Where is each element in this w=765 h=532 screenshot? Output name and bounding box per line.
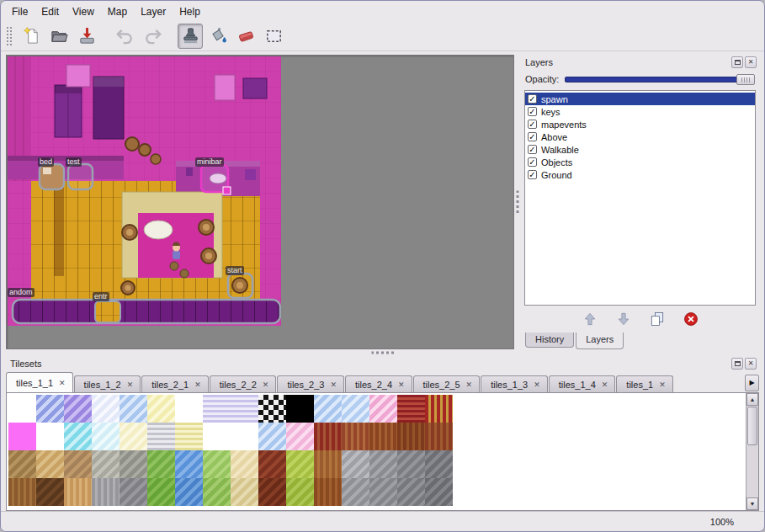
tile-0-8[interactable]: [231, 395, 258, 423]
tab-close-icon[interactable]: ✕: [534, 380, 540, 389]
bucket-fill-tool-button[interactable]: [205, 24, 231, 49]
layer-visibility-checkbox[interactable]: ✓: [528, 132, 537, 141]
tile-2-0[interactable]: [8, 450, 36, 478]
tileset-tab-tiles_1[interactable]: tiles_1✕: [616, 375, 672, 392]
tile-0-12[interactable]: [342, 395, 369, 423]
lower-layer-button[interactable]: [613, 308, 635, 330]
tab-close-icon[interactable]: ✕: [263, 380, 269, 389]
tile-2-5[interactable]: [147, 450, 175, 478]
tile-0-1[interactable]: [36, 395, 64, 423]
layer-visibility-checkbox[interactable]: ✓: [528, 94, 537, 104]
map-view[interactable]: bedtestminibarstartandomentr: [6, 55, 514, 349]
tile-3-0[interactable]: [8, 478, 36, 506]
tile-3-7[interactable]: [203, 478, 231, 506]
tile-2-6[interactable]: [175, 450, 203, 478]
tab-close-icon[interactable]: ✕: [659, 380, 666, 389]
delete-layer-button[interactable]: [680, 308, 702, 330]
tile-0-3[interactable]: [92, 395, 120, 423]
tab-close-icon[interactable]: ✕: [59, 379, 66, 387]
tile-3-8[interactable]: [231, 478, 258, 506]
stamp-brush-tool-button[interactable]: [178, 24, 203, 49]
tileset-tab-tiles_2_4[interactable]: tiles_2_4✕: [345, 375, 412, 392]
open-map-button[interactable]: [46, 24, 72, 49]
layer-visibility-checkbox[interactable]: ✓: [528, 120, 537, 129]
tile-1-15[interactable]: [425, 423, 453, 450]
tile-1-11[interactable]: [314, 423, 342, 450]
layer-row-Objects[interactable]: ✓Objects: [525, 156, 755, 168]
layer-visibility-checkbox[interactable]: ✓: [528, 157, 537, 167]
opacity-slider-handle[interactable]: [736, 74, 755, 85]
tilemap[interactable]: bedtestminibarstartandomentr: [8, 56, 281, 326]
layer-row-Walkable[interactable]: ✓Walkable: [525, 143, 755, 156]
tile-1-2[interactable]: [64, 423, 92, 450]
tile-3-9[interactable]: [258, 478, 286, 506]
tile-0-13[interactable]: [369, 395, 397, 423]
undo-button[interactable]: [112, 24, 137, 49]
layers-panel-close-button[interactable]: ✕: [745, 56, 757, 68]
tile-3-15[interactable]: [425, 478, 453, 506]
rectangular-select-tool-button[interactable]: [261, 24, 286, 49]
tab-close-icon[interactable]: ✕: [398, 380, 405, 389]
scrollbar-track[interactable]: [746, 446, 758, 497]
tab-close-icon[interactable]: ✕: [602, 380, 608, 389]
tileset-tab-tiles_1_4[interactable]: tiles_1_4✕: [549, 375, 616, 392]
tile-3-3[interactable]: [92, 478, 120, 506]
tile-0-5[interactable]: [147, 395, 175, 423]
tile-0-4[interactable]: [120, 395, 147, 423]
tile-2-15[interactable]: [425, 450, 453, 478]
tileset-scrollbar[interactable]: ▲ ▼: [746, 393, 758, 510]
tile-0-11[interactable]: [314, 395, 342, 423]
tile-1-12[interactable]: [342, 423, 369, 450]
tile-1-0[interactable]: [8, 423, 36, 450]
scroll-down-button[interactable]: ▼: [746, 497, 758, 510]
layer-visibility-checkbox[interactable]: ✓: [528, 170, 537, 179]
tile-3-14[interactable]: [397, 478, 425, 506]
layer-row-mapevents[interactable]: ✓mapevents: [525, 118, 755, 130]
layer-row-Above[interactable]: ✓Above: [525, 130, 755, 143]
raise-layer-button[interactable]: [579, 308, 601, 330]
tile-2-3[interactable]: [92, 450, 120, 478]
tile-3-5[interactable]: [147, 478, 175, 506]
scrollbar-thumb[interactable]: [747, 407, 757, 445]
tab-close-icon[interactable]: ✕: [127, 380, 134, 389]
tile-3-4[interactable]: [120, 478, 147, 506]
tab-close-icon[interactable]: ✕: [194, 380, 201, 389]
toolbar-drag-handle[interactable]: [6, 26, 12, 46]
tileset-tab-tiles_2_1[interactable]: tiles_2_1✕: [141, 375, 209, 392]
tile-2-12[interactable]: [342, 450, 369, 478]
menu-view[interactable]: View: [66, 3, 100, 20]
save-map-button[interactable]: [74, 24, 99, 49]
tile-2-11[interactable]: [314, 450, 342, 478]
tileset-tab-tiles_2_3[interactable]: tiles_2_3✕: [277, 375, 344, 392]
tileset-tab-tiles_1_3[interactable]: tiles_1_3✕: [481, 375, 548, 392]
layers-panel-float-button[interactable]: [731, 56, 743, 68]
tile-2-9[interactable]: [258, 450, 286, 478]
tileset-tab-tiles_1_2[interactable]: tiles_1_2✕: [74, 375, 141, 392]
tile-1-9[interactable]: [258, 423, 286, 450]
tile-2-7[interactable]: [203, 450, 231, 478]
tile-1-13[interactable]: [369, 423, 397, 450]
tile-2-14[interactable]: [397, 450, 425, 478]
tile-0-10[interactable]: [286, 395, 314, 423]
tile-3-10[interactable]: [286, 478, 314, 506]
menu-layer[interactable]: Layer: [135, 3, 172, 20]
tile-3-6[interactable]: [175, 478, 203, 506]
tile-0-7[interactable]: [203, 395, 231, 423]
tileset-tab-tiles_1_1[interactable]: tiles_1_1✕: [6, 372, 73, 392]
tile-1-8[interactable]: [231, 423, 258, 450]
scroll-up-button[interactable]: ▲: [746, 393, 758, 406]
tile-0-14[interactable]: [397, 395, 425, 423]
tile-2-8[interactable]: [231, 450, 258, 478]
tile-3-2[interactable]: [64, 478, 92, 506]
layer-row-Ground[interactable]: ✓Ground: [525, 168, 755, 181]
vertical-splitter[interactable]: [514, 55, 521, 349]
tile-0-0[interactable]: [8, 395, 36, 423]
tilemap-canvas[interactable]: [8, 56, 281, 326]
panel-tab-layers[interactable]: Layers: [576, 332, 624, 349]
tile-1-4[interactable]: [120, 423, 147, 450]
tile-1-5[interactable]: [147, 423, 175, 450]
tilesets-panel-close-button[interactable]: ✕: [745, 358, 757, 370]
bar-counter-object[interactable]: [13, 300, 280, 323]
tile-1-1[interactable]: [36, 423, 64, 450]
new-map-button[interactable]: [19, 24, 44, 49]
